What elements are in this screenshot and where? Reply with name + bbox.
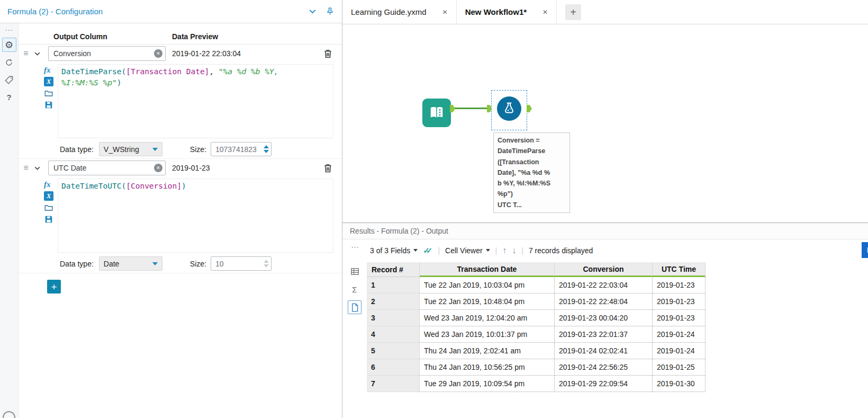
data-cell[interactable]: 2019-01-23	[653, 310, 706, 326]
saved-expressions-folder-icon[interactable]	[44, 88, 53, 98]
size-field[interactable]	[211, 143, 271, 156]
data-cell[interactable]: 2019-01-22 22:03:04	[555, 277, 653, 294]
cell-viewer-dropdown[interactable]: Cell Viewer	[445, 246, 490, 255]
data-cell[interactable]: 2019-01-23 00:04:20	[555, 310, 653, 326]
expression-code[interactable]: DateTimeToUTC([Conversion])	[58, 179, 333, 253]
size-field[interactable]	[211, 257, 271, 270]
variables-x-icon[interactable]: X	[44, 191, 53, 201]
record-number-cell[interactable]: 3	[367, 310, 420, 326]
drag-handle-icon[interactable]: ≡	[19, 163, 33, 173]
data-cell[interactable]: 2019-01-25	[653, 359, 706, 376]
data-cell[interactable]: Wed 23 Jan 2019, 12:04:20 am	[420, 310, 555, 326]
annotation-tag-icon[interactable]	[2, 73, 16, 87]
metadata-sigma-icon[interactable]: Σ	[348, 282, 361, 296]
table-row[interactable]: 2Tue 22 Jan 2019, 10:48:04 pm2019-01-22 …	[367, 294, 868, 310]
table-row[interactable]: 1Tue 22 Jan 2019, 10:03:04 pm2019-01-22 …	[367, 277, 868, 294]
help-icon[interactable]: ?	[2, 90, 16, 104]
expand-chevron-icon[interactable]	[33, 50, 41, 58]
input-data-tool[interactable]	[422, 99, 451, 127]
data-cell[interactable]: 2019-01-24	[653, 343, 706, 359]
table-row[interactable]: 6Thu 24 Jan 2019, 10:56:25 pm2019-01-24 …	[367, 359, 868, 376]
data-cell[interactable]: Wed 23 Jan 2019, 10:01:37 pm	[420, 326, 555, 343]
record-number-cell[interactable]: 2	[367, 294, 420, 310]
data-cell[interactable]: 2019-01-24 22:56:25	[555, 359, 653, 376]
data-cell[interactable]: 2019-01-29 22:09:54	[555, 376, 653, 392]
column-header-record[interactable]: Record #	[367, 262, 420, 277]
data-cell[interactable]: 2019-01-23	[653, 294, 706, 310]
data-cell[interactable]: 2019-01-24 02:02:41	[555, 343, 653, 359]
results-menu-ellipsis-icon[interactable]: ⋯	[351, 243, 359, 252]
data-cell[interactable]: 2019-01-30	[653, 376, 706, 392]
fields-dropdown[interactable]: 3 of 3 Fields	[370, 246, 418, 255]
column-name-field[interactable]	[49, 161, 165, 175]
data-cell[interactable]: 2019-01-24	[653, 326, 706, 343]
up-arrow-icon[interactable]: ↑	[502, 246, 507, 255]
add-column-button[interactable]: +	[47, 280, 61, 294]
down-arrow-icon[interactable]: ↓	[512, 246, 516, 255]
output-column-input[interactable]: ✕	[48, 161, 166, 175]
tab-learning-guide[interactable]: Learning Guide.yxmd ✕	[342, 0, 457, 24]
stepper-down-icon[interactable]	[264, 150, 269, 153]
pin-panel-icon[interactable]	[326, 7, 334, 16]
data-cell[interactable]: Tue 29 Jan 2019, 10:09:54 pm	[420, 376, 555, 392]
functions-fx-icon[interactable]: fx	[44, 66, 58, 75]
data-cell[interactable]: Thu 24 Jan 2019, 10:56:25 pm	[420, 359, 555, 376]
size-input[interactable]	[211, 142, 272, 156]
output-column-input[interactable]: ✕	[48, 46, 166, 61]
table-row[interactable]: 3Wed 23 Jan 2019, 12:04:20 am2019-01-23 …	[367, 310, 868, 326]
configuration-gear-icon[interactable]: ⚙	[2, 38, 16, 52]
clear-column-icon[interactable]: ✕	[154, 49, 162, 58]
expression-code[interactable]: DateTimeParse([Transaction Date], "%a %d…	[58, 64, 333, 138]
column-name-field[interactable]	[49, 47, 165, 60]
record-number-cell[interactable]: 7	[367, 376, 420, 392]
record-number-cell[interactable]: 4	[367, 326, 420, 343]
data-cell[interactable]: 2019-01-23 22:01:37	[555, 326, 653, 343]
size-stepper[interactable]	[264, 145, 269, 153]
close-tab-icon[interactable]: ✕	[442, 8, 448, 16]
expand-chevron-icon[interactable]	[33, 164, 41, 172]
workflow-canvas[interactable]: Conversion = DateTimeParse ([Transaction…	[342, 24, 868, 223]
functions-fx-icon[interactable]: fx	[44, 180, 58, 189]
clear-column-icon[interactable]: ✕	[154, 164, 162, 172]
formula-tool[interactable]	[497, 96, 521, 121]
save-expression-disk-icon[interactable]	[44, 100, 53, 110]
record-number-cell[interactable]: 6	[367, 359, 420, 376]
panel-menu-ellipsis-icon[interactable]: ⋯	[5, 26, 13, 34]
table-row[interactable]: 7Tue 29 Jan 2019, 10:09:54 pm2019-01-29 …	[367, 376, 868, 392]
data-type-select[interactable]: Date	[99, 256, 162, 271]
data-cell[interactable]: 2019-01-23	[653, 277, 706, 294]
record-number-cell[interactable]: 1	[367, 277, 420, 294]
tool-annotation[interactable]: Conversion = DateTimeParse ([Transaction…	[493, 132, 570, 213]
close-tab-icon[interactable]: ✕	[542, 8, 548, 16]
column-header-transaction-date[interactable]: Transaction Date	[420, 262, 555, 277]
workflow-navigation-icon[interactable]	[2, 55, 16, 69]
data-page-icon[interactable]	[348, 300, 361, 314]
delete-row-trash-icon[interactable]	[322, 162, 333, 174]
tab-new-workflow[interactable]: New Workflow1* ✕	[457, 0, 557, 24]
connection-line[interactable]	[455, 108, 492, 109]
data-cell[interactable]: Thu 24 Jan 2019, 2:02:41 am	[420, 343, 555, 359]
data-button[interactable]: D	[862, 242, 868, 258]
collapse-panel-chevron-icon[interactable]	[308, 7, 317, 16]
save-expression-disk-icon[interactable]	[44, 215, 53, 224]
formula-tool-selected[interactable]	[491, 90, 527, 130]
data-cell[interactable]: 2019-01-22 22:48:04	[555, 294, 653, 310]
saved-expressions-folder-icon[interactable]	[44, 203, 53, 212]
size-input[interactable]	[211, 256, 272, 271]
data-cell[interactable]: Tue 22 Jan 2019, 10:03:04 pm	[420, 277, 555, 294]
variables-x-icon[interactable]: X	[44, 77, 53, 86]
column-header-utc-time[interactable]: UTC Time	[653, 262, 706, 277]
delete-row-trash-icon[interactable]	[322, 48, 333, 59]
record-number-cell[interactable]: 5	[367, 343, 420, 359]
apply-double-check-icon[interactable]: ✓✓	[423, 246, 432, 255]
drag-handle-icon[interactable]: ≡	[19, 49, 33, 58]
stepper-up-icon[interactable]	[264, 145, 269, 148]
column-header-conversion[interactable]: Conversion	[555, 262, 653, 277]
table-view-icon[interactable]	[348, 264, 361, 278]
new-tab-button[interactable]: +	[565, 4, 581, 20]
data-type-select[interactable]: V_WString	[99, 142, 162, 156]
data-cell[interactable]: Tue 22 Jan 2019, 10:48:04 pm	[420, 294, 555, 310]
output-anchor[interactable]	[527, 105, 532, 112]
table-row[interactable]: 5Thu 24 Jan 2019, 2:02:41 am2019-01-24 0…	[367, 343, 868, 359]
table-row[interactable]: 4Wed 23 Jan 2019, 10:01:37 pm2019-01-23 …	[367, 326, 868, 343]
